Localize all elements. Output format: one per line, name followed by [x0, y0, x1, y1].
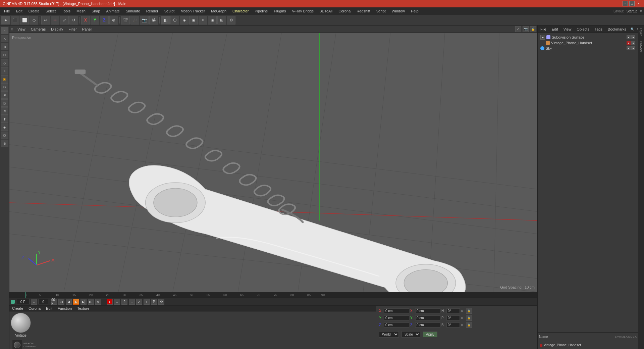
- menu-3dtoall[interactable]: 3DToAll: [317, 8, 335, 14]
- layout-dropdown-icon[interactable]: ▼: [639, 9, 643, 13]
- view-hidden-line[interactable]: ◈: [180, 16, 189, 24]
- timeline-last[interactable]: ⏭: [88, 299, 94, 305]
- material-preview[interactable]: [11, 313, 31, 333]
- tool-magnet[interactable]: ⊗: [1, 91, 8, 99]
- tool-lasso[interactable]: ○: [1, 67, 8, 74]
- timeline-settings[interactable]: ⚙: [158, 299, 164, 305]
- menu-help[interactable]: Help: [408, 8, 421, 14]
- viewport-3d[interactable]: X Y Z Perspective Grid Spacing : 10 cm: [9, 33, 537, 292]
- axis-z[interactable]: Z: [100, 16, 109, 24]
- rp-menu-tags[interactable]: Tags: [593, 27, 604, 32]
- timeline-key-btn[interactable]: ⬦: [31, 299, 37, 305]
- vp-menu-view[interactable]: View: [16, 27, 27, 32]
- coord-lock-z[interactable]: 🔒: [466, 322, 472, 328]
- menu-snap[interactable]: Snap: [89, 8, 103, 14]
- menu-edit[interactable]: Edit: [13, 8, 25, 14]
- view-tex[interactable]: ▣: [208, 16, 217, 24]
- mat-menu-texture[interactable]: Texture: [76, 306, 91, 311]
- vp-menu-filter[interactable]: Filter: [67, 27, 78, 32]
- view-option[interactable]: ⚙: [227, 16, 235, 24]
- timeline-question[interactable]: ?: [121, 299, 127, 305]
- axis-x[interactable]: X: [81, 16, 90, 24]
- menu-character[interactable]: Character: [230, 8, 251, 14]
- tool-extrude[interactable]: ⬆: [1, 115, 8, 123]
- maximize-button[interactable]: □: [629, 1, 635, 6]
- menu-mograph[interactable]: MoGraph: [208, 8, 229, 14]
- menu-render[interactable]: Render: [144, 8, 161, 14]
- timeline-scale-t[interactable]: ⤢: [136, 299, 142, 305]
- mode-points[interactable]: ⬛: [11, 16, 19, 24]
- coord-y-pos[interactable]: [384, 315, 409, 320]
- view-shaded[interactable]: ◧: [161, 16, 170, 24]
- menu-sculpt[interactable]: Sculpt: [162, 8, 177, 14]
- coord-y-size[interactable]: [415, 315, 440, 320]
- coord-p[interactable]: [446, 315, 460, 320]
- coord-scale-select[interactable]: Scale: [401, 331, 420, 338]
- mode-edges[interactable]: ⬜: [20, 16, 29, 24]
- timeline-rot[interactable]: ○: [144, 299, 150, 305]
- timeline-move[interactable]: ↔: [129, 299, 135, 305]
- tool-bevel[interactable]: ◈: [1, 123, 8, 131]
- tool-weld[interactable]: ⊛: [1, 140, 8, 147]
- tool-move[interactable]: ✛: [51, 16, 59, 24]
- tree-expand-icon[interactable]: ▶: [540, 35, 545, 40]
- menu-redshift[interactable]: Redshift: [354, 8, 373, 14]
- timeline-frame-input[interactable]: [38, 299, 48, 304]
- render-ar[interactable]: 📽: [149, 16, 158, 24]
- coord-b[interactable]: [446, 322, 460, 328]
- sidebar-collapse[interactable]: ≡: [1, 27, 8, 34]
- tool-perspective[interactable]: ▣: [1, 75, 8, 83]
- action-lock3[interactable]: ●: [631, 46, 635, 50]
- coord-h[interactable]: [446, 308, 460, 313]
- render-region[interactable]: 📷: [140, 16, 149, 24]
- browser-tab-main[interactable]: Layer: [639, 26, 644, 39]
- menu-plugins[interactable]: Plugins: [271, 8, 288, 14]
- coord-lock-x[interactable]: 🔒: [466, 308, 472, 314]
- coord-z-size[interactable]: [415, 322, 440, 328]
- vp-menu-panel[interactable]: Panel: [81, 27, 93, 32]
- tool-knife[interactable]: ✂: [1, 83, 8, 91]
- tool-poly-select[interactable]: ◇: [1, 59, 8, 66]
- menu-vray[interactable]: V-Ray Bridge: [289, 8, 317, 14]
- tool-select[interactable]: ↖: [1, 35, 8, 42]
- render-full[interactable]: 🎥: [130, 16, 139, 24]
- menu-animate[interactable]: Animate: [104, 8, 122, 14]
- timeline-loop[interactable]: ↺: [95, 299, 101, 305]
- mat-menu-corona[interactable]: Corona: [27, 306, 42, 311]
- coord-apply-button[interactable]: Apply: [423, 332, 437, 337]
- view-multi[interactable]: ⊞: [217, 16, 226, 24]
- axis-all[interactable]: ⊕: [109, 16, 118, 24]
- action-hide2[interactable]: ●: [627, 41, 631, 45]
- timeline-playhead[interactable]: [25, 292, 26, 298]
- menu-create[interactable]: Create: [26, 8, 42, 14]
- tool-undo[interactable]: ↩: [41, 16, 50, 24]
- action-hide[interactable]: ●: [627, 35, 631, 39]
- rp-menu-edit[interactable]: Edit: [550, 27, 559, 32]
- coord-z-pos[interactable]: [384, 322, 409, 328]
- mat-menu-create[interactable]: Create: [11, 306, 24, 311]
- menu-script[interactable]: Script: [374, 8, 388, 14]
- tool-bridge[interactable]: ⌬: [1, 132, 8, 139]
- timeline-end-frame[interactable]: 90 F: [51, 299, 57, 305]
- mat-menu-function[interactable]: Function: [56, 306, 73, 311]
- timeline-first[interactable]: ⏮: [58, 299, 64, 305]
- rp-menu-file[interactable]: File: [539, 27, 548, 32]
- rp-menu-view[interactable]: View: [562, 27, 573, 32]
- tool-live-select[interactable]: ⊕: [1, 43, 8, 50]
- menu-window[interactable]: Window: [389, 8, 408, 14]
- vp-btn-lock[interactable]: 🔒: [530, 26, 536, 32]
- menu-simulate[interactable]: Simulate: [123, 8, 143, 14]
- tool-brush[interactable]: ◎: [1, 99, 8, 107]
- view-gouraud[interactable]: ◉: [189, 16, 198, 24]
- action-hide3[interactable]: ●: [627, 46, 631, 50]
- menu-tools[interactable]: Tools: [59, 8, 73, 14]
- timeline-prev[interactable]: ◀: [66, 299, 72, 305]
- axis-y[interactable]: Y: [91, 16, 99, 24]
- action-lock[interactable]: ●: [631, 35, 635, 39]
- coord-x-size[interactable]: [415, 308, 440, 313]
- vp-menu-display[interactable]: Display: [50, 27, 64, 32]
- rp-menu-bookmarks[interactable]: Bookmarks: [606, 27, 628, 32]
- timeline-record[interactable]: ●: [107, 299, 113, 305]
- menu-select[interactable]: Select: [43, 8, 59, 14]
- rp-search-icon[interactable]: 🔍: [630, 27, 635, 32]
